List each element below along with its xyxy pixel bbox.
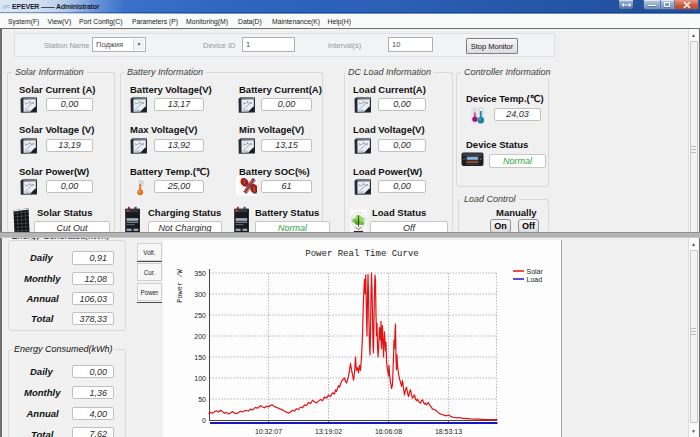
svg-text:16:06:08: 16:06:08 <box>374 428 401 435</box>
svg-text:350: 350 <box>194 270 206 277</box>
svg-text:%: % <box>238 176 257 196</box>
svg-text:300: 300 <box>194 291 206 298</box>
svg-text:10:32:07: 10:32:07 <box>254 428 281 435</box>
svg-text:150: 150 <box>194 354 206 361</box>
svg-text:100: 100 <box>194 375 206 382</box>
svg-text:50: 50 <box>198 396 206 403</box>
svg-text:0: 0 <box>202 417 206 424</box>
svg-text:Power Real Time Curve: Power Real Time Curve <box>305 249 418 259</box>
svg-text:18:53:13: 18:53:13 <box>434 428 461 435</box>
svg-text:13:19:02: 13:19:02 <box>314 428 341 435</box>
svg-text:Load: Load <box>526 276 542 283</box>
svg-text:250: 250 <box>194 312 206 319</box>
svg-text:Power /W: Power /W <box>176 268 184 302</box>
svg-text:200: 200 <box>194 333 206 340</box>
svg-text:Solar: Solar <box>526 268 543 275</box>
